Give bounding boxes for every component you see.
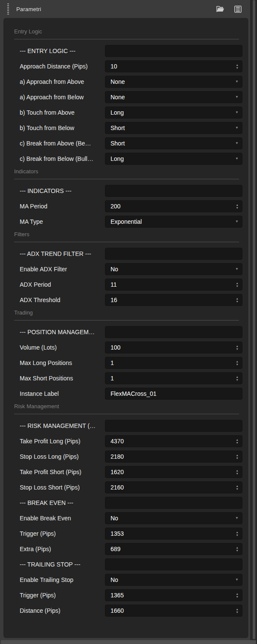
parameter-select[interactable] bbox=[105, 137, 242, 149]
arrow-down-icon[interactable]: ▼ bbox=[236, 285, 239, 288]
parameter-number-input[interactable] bbox=[105, 435, 242, 447]
parameter-select[interactable] bbox=[105, 263, 242, 275]
arrow-down-icon[interactable]: ▼ bbox=[236, 596, 239, 598]
parameter-label: MA Period bbox=[20, 203, 105, 210]
parameter-input[interactable] bbox=[105, 558, 242, 570]
horizontal-scrollbar-thumb[interactable] bbox=[1, 640, 256, 644]
number-stepper[interactable]: ▲▼ bbox=[236, 439, 239, 444]
parameter-select[interactable] bbox=[105, 153, 242, 165]
parameter-input[interactable] bbox=[105, 248, 242, 260]
number-stepper[interactable]: ▲▼ bbox=[236, 297, 239, 303]
arrow-down-icon[interactable]: ▼ bbox=[236, 207, 239, 209]
parameter-label: b) Touch from Above bbox=[20, 109, 105, 116]
parameter-input[interactable] bbox=[105, 326, 242, 338]
parameter-number-input[interactable] bbox=[105, 528, 242, 540]
parameter-number-input[interactable] bbox=[105, 341, 242, 353]
arrow-down-icon[interactable]: ▼ bbox=[236, 442, 239, 444]
arrow-down-icon[interactable]: ▼ bbox=[236, 457, 239, 460]
arrow-down-icon[interactable]: ▼ bbox=[236, 348, 239, 350]
number-stepper[interactable]: ▲▼ bbox=[236, 360, 239, 366]
arrow-down-icon[interactable]: ▼ bbox=[236, 379, 239, 381]
parameter-label: --- BREAK EVEN --- bbox=[20, 499, 105, 506]
chevron-down-icon[interactable]: ▼ bbox=[235, 95, 239, 99]
parameter-number-input[interactable] bbox=[105, 279, 242, 291]
parameter-number-input[interactable] bbox=[105, 481, 242, 493]
number-stepper[interactable]: ▲▼ bbox=[236, 608, 239, 614]
parameter-section: Trading --- POSITION MANAGEM… ▼ ▲▼ Volum… bbox=[11, 309, 242, 400]
parameter-row: --- RISK MANAGEMENT (… ▼ ▲▼ bbox=[20, 420, 242, 432]
parameter-section: Entry Logic --- ENTRY LOGIC --- ▼ ▲▼ App… bbox=[11, 28, 242, 165]
parameter-label: Stop Loss Short (Pips) bbox=[20, 484, 105, 491]
vertical-scrollbar-thumb[interactable] bbox=[253, 0, 255, 639]
parameter-number-input[interactable] bbox=[105, 357, 242, 369]
arrow-down-icon[interactable]: ▼ bbox=[236, 488, 239, 490]
save-parameters-button[interactable] bbox=[234, 6, 242, 13]
number-stepper[interactable]: ▲▼ bbox=[236, 454, 239, 460]
chevron-down-icon[interactable]: ▼ bbox=[235, 220, 239, 223]
section-divider bbox=[14, 242, 239, 242]
arrow-down-icon[interactable]: ▼ bbox=[236, 363, 239, 366]
number-stepper[interactable]: ▲▼ bbox=[236, 485, 239, 490]
parameter-input[interactable] bbox=[105, 45, 242, 57]
vertical-scrollbar-track[interactable] bbox=[250, 0, 257, 644]
chevron-down-icon[interactable]: ▼ bbox=[235, 142, 239, 145]
parameter-number-input[interactable] bbox=[105, 294, 242, 306]
parameter-row: Instance Label ▼ ▲▼ bbox=[20, 388, 242, 400]
parameter-input[interactable] bbox=[105, 497, 242, 509]
chevron-down-icon[interactable]: ▼ bbox=[235, 111, 239, 114]
parameter-row: ADX Period ▼ ▲▼ bbox=[20, 279, 242, 291]
parameter-number-input[interactable] bbox=[105, 372, 242, 384]
chevron-down-icon[interactable]: ▼ bbox=[235, 516, 239, 520]
arrow-down-icon[interactable]: ▼ bbox=[236, 549, 239, 552]
parameter-row: Enable Break Even ▼ ▲▼ bbox=[20, 512, 242, 524]
number-stepper[interactable]: ▲▼ bbox=[236, 376, 239, 381]
parameter-label: Instance Label bbox=[20, 390, 105, 397]
arrow-down-icon[interactable]: ▼ bbox=[236, 67, 239, 69]
section-divider bbox=[14, 39, 239, 39]
open-folder-icon bbox=[216, 6, 224, 12]
parameter-input[interactable] bbox=[105, 420, 242, 432]
parameter-input[interactable] bbox=[105, 388, 242, 400]
number-stepper[interactable]: ▲▼ bbox=[236, 64, 239, 69]
parameter-label: ADX Period bbox=[20, 281, 105, 288]
number-stepper[interactable]: ▲▼ bbox=[236, 282, 239, 288]
parameter-select[interactable] bbox=[105, 574, 242, 586]
parameter-number-input[interactable] bbox=[105, 589, 242, 601]
parameter-number-input[interactable] bbox=[105, 543, 242, 555]
number-stepper[interactable]: ▲▼ bbox=[236, 345, 239, 350]
parameter-select[interactable] bbox=[105, 512, 242, 524]
arrow-down-icon[interactable]: ▼ bbox=[236, 534, 239, 537]
parameter-row: --- ADX TREND FILTER --- ▼ ▲▼ bbox=[20, 248, 242, 260]
number-stepper[interactable]: ▲▼ bbox=[236, 531, 239, 537]
parameter-select[interactable] bbox=[105, 76, 242, 88]
chevron-down-icon[interactable]: ▼ bbox=[235, 157, 239, 160]
parameter-number-input[interactable] bbox=[105, 466, 242, 478]
parameter-select[interactable] bbox=[105, 216, 242, 228]
number-stepper[interactable]: ▲▼ bbox=[236, 593, 239, 598]
parameter-select[interactable] bbox=[105, 107, 242, 119]
arrow-down-icon[interactable]: ▼ bbox=[236, 611, 239, 614]
parameter-number-input[interactable] bbox=[105, 60, 242, 72]
parameter-select[interactable] bbox=[105, 122, 242, 134]
chevron-down-icon[interactable]: ▼ bbox=[235, 126, 239, 130]
number-stepper[interactable]: ▲▼ bbox=[236, 204, 239, 209]
load-parameters-button[interactable] bbox=[216, 6, 224, 12]
parameter-label: --- ADX TREND FILTER --- bbox=[20, 250, 105, 257]
number-stepper[interactable]: ▲▼ bbox=[236, 546, 239, 552]
parameter-select[interactable] bbox=[105, 91, 242, 103]
number-stepper[interactable]: ▲▼ bbox=[236, 469, 239, 475]
drag-handle-icon[interactable] bbox=[7, 3, 9, 15]
parameter-section: Risk Management --- RISK MANAGEMENT (… ▼… bbox=[11, 403, 242, 617]
parameter-input[interactable] bbox=[105, 185, 242, 197]
parameter-number-input[interactable] bbox=[105, 605, 242, 617]
arrow-down-icon[interactable]: ▼ bbox=[236, 300, 239, 303]
chevron-down-icon[interactable]: ▼ bbox=[235, 80, 239, 83]
chevron-down-icon[interactable]: ▼ bbox=[235, 578, 239, 582]
parameter-label: ADX Threshold bbox=[20, 297, 105, 303]
chevron-down-icon[interactable]: ▼ bbox=[235, 267, 239, 271]
parameter-number-input[interactable] bbox=[105, 451, 242, 463]
parameter-number-input[interactable] bbox=[105, 200, 242, 212]
arrow-down-icon[interactable]: ▼ bbox=[236, 472, 239, 475]
parameter-label: a) Approach from Above bbox=[20, 78, 105, 85]
parameter-row: Max Short Positions ▼ ▲▼ bbox=[20, 372, 242, 384]
